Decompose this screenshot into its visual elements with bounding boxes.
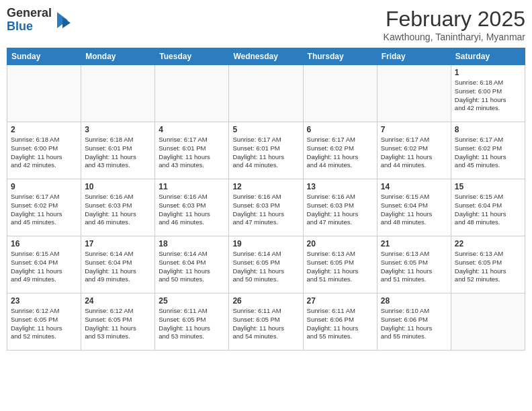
calendar-cell: 9Sunrise: 6:17 AM Sunset: 6:02 PM Daylig… bbox=[7, 179, 81, 236]
day-number: 9 bbox=[11, 182, 77, 191]
day-info: Sunrise: 6:11 AM Sunset: 6:05 PM Dayligh… bbox=[232, 307, 299, 341]
calendar-cell: 24Sunrise: 6:12 AM Sunset: 6:05 PM Dayli… bbox=[81, 293, 155, 351]
day-info: Sunrise: 6:17 AM Sunset: 6:02 PM Dayligh… bbox=[455, 136, 521, 170]
calendar-cell bbox=[377, 65, 451, 122]
calendar-cell bbox=[303, 65, 377, 122]
calendar-cell: 25Sunrise: 6:11 AM Sunset: 6:05 PM Dayli… bbox=[155, 293, 229, 351]
calendar-week-row: 16Sunrise: 6:15 AM Sunset: 6:04 PM Dayli… bbox=[7, 236, 525, 293]
logo-icon bbox=[52, 9, 73, 31]
day-number: 20 bbox=[307, 239, 373, 248]
weekday-header-wednesday: Wednesday bbox=[229, 48, 303, 65]
calendar-cell: 15Sunrise: 6:15 AM Sunset: 6:04 PM Dayli… bbox=[451, 179, 525, 236]
calendar-cell: 21Sunrise: 6:13 AM Sunset: 6:05 PM Dayli… bbox=[377, 236, 451, 293]
calendar-cell: 11Sunrise: 6:16 AM Sunset: 6:03 PM Dayli… bbox=[155, 179, 229, 236]
calendar-cell: 26Sunrise: 6:11 AM Sunset: 6:05 PM Dayli… bbox=[229, 293, 303, 351]
day-info: Sunrise: 6:17 AM Sunset: 6:02 PM Dayligh… bbox=[307, 136, 373, 170]
weekday-header-saturday: Saturday bbox=[451, 48, 525, 65]
day-number: 23 bbox=[11, 296, 77, 306]
weekday-header-row: SundayMondayTuesdayWednesdayThursdayFrid… bbox=[7, 48, 525, 65]
calendar-cell: 19Sunrise: 6:14 AM Sunset: 6:05 PM Dayli… bbox=[229, 236, 303, 293]
calendar-cell: 5Sunrise: 6:17 AM Sunset: 6:01 PM Daylig… bbox=[229, 122, 303, 179]
day-info: Sunrise: 6:13 AM Sunset: 6:05 PM Dayligh… bbox=[455, 250, 521, 284]
day-info: Sunrise: 6:10 AM Sunset: 6:06 PM Dayligh… bbox=[381, 307, 447, 341]
day-number: 7 bbox=[381, 125, 447, 134]
day-info: Sunrise: 6:15 AM Sunset: 6:04 PM Dayligh… bbox=[11, 250, 77, 284]
month-title: February 2025 bbox=[384, 7, 525, 32]
calendar-cell bbox=[229, 65, 303, 122]
day-number: 13 bbox=[307, 182, 373, 191]
calendar-cell: 17Sunrise: 6:14 AM Sunset: 6:04 PM Dayli… bbox=[81, 236, 155, 293]
day-info: Sunrise: 6:11 AM Sunset: 6:06 PM Dayligh… bbox=[307, 307, 373, 341]
day-number: 19 bbox=[232, 239, 299, 248]
day-info: Sunrise: 6:17 AM Sunset: 6:02 PM Dayligh… bbox=[381, 136, 447, 170]
calendar-week-row: 9Sunrise: 6:17 AM Sunset: 6:02 PM Daylig… bbox=[7, 179, 525, 236]
day-number: 5 bbox=[232, 125, 299, 134]
day-number: 24 bbox=[85, 296, 151, 306]
calendar-cell: 14Sunrise: 6:15 AM Sunset: 6:04 PM Dayli… bbox=[377, 179, 451, 236]
day-number: 12 bbox=[232, 182, 299, 191]
day-number: 14 bbox=[381, 182, 447, 191]
day-info: Sunrise: 6:16 AM Sunset: 6:03 PM Dayligh… bbox=[232, 193, 299, 227]
day-number: 17 bbox=[85, 239, 151, 248]
calendar-cell: 28Sunrise: 6:10 AM Sunset: 6:06 PM Dayli… bbox=[377, 293, 451, 351]
day-info: Sunrise: 6:16 AM Sunset: 6:03 PM Dayligh… bbox=[85, 193, 151, 227]
calendar-cell bbox=[451, 293, 525, 351]
calendar-cell: 3Sunrise: 6:18 AM Sunset: 6:01 PM Daylig… bbox=[81, 122, 155, 179]
day-number: 4 bbox=[159, 125, 225, 134]
calendar-cell: 8Sunrise: 6:17 AM Sunset: 6:02 PM Daylig… bbox=[451, 122, 525, 179]
day-info: Sunrise: 6:11 AM Sunset: 6:05 PM Dayligh… bbox=[159, 307, 225, 341]
day-number: 28 bbox=[381, 296, 447, 306]
calendar-cell: 10Sunrise: 6:16 AM Sunset: 6:03 PM Dayli… bbox=[81, 179, 155, 236]
calendar-cell: 22Sunrise: 6:13 AM Sunset: 6:05 PM Dayli… bbox=[451, 236, 525, 293]
day-info: Sunrise: 6:18 AM Sunset: 6:01 PM Dayligh… bbox=[85, 136, 151, 170]
calendar-cell: 6Sunrise: 6:17 AM Sunset: 6:02 PM Daylig… bbox=[303, 122, 377, 179]
location-subtitle: Kawthoung, Tanintharyi, Myanmar bbox=[384, 32, 525, 42]
calendar-cell: 7Sunrise: 6:17 AM Sunset: 6:02 PM Daylig… bbox=[377, 122, 451, 179]
calendar-cell: 13Sunrise: 6:16 AM Sunset: 6:03 PM Dayli… bbox=[303, 179, 377, 236]
day-number: 16 bbox=[11, 239, 77, 248]
calendar-cell: 16Sunrise: 6:15 AM Sunset: 6:04 PM Dayli… bbox=[7, 236, 81, 293]
calendar-cell bbox=[155, 65, 229, 122]
day-info: Sunrise: 6:16 AM Sunset: 6:03 PM Dayligh… bbox=[159, 193, 225, 227]
day-info: Sunrise: 6:14 AM Sunset: 6:04 PM Dayligh… bbox=[159, 250, 225, 284]
day-info: Sunrise: 6:14 AM Sunset: 6:04 PM Dayligh… bbox=[85, 250, 151, 284]
page-header: General Blue February 2025 Kawthoung, Ta… bbox=[7, 7, 525, 42]
day-number: 22 bbox=[455, 239, 521, 248]
day-info: Sunrise: 6:17 AM Sunset: 6:02 PM Dayligh… bbox=[11, 193, 77, 227]
calendar-cell: 1Sunrise: 6:18 AM Sunset: 6:00 PM Daylig… bbox=[451, 65, 525, 122]
calendar-week-row: 1Sunrise: 6:18 AM Sunset: 6:00 PM Daylig… bbox=[7, 65, 525, 122]
day-info: Sunrise: 6:13 AM Sunset: 6:05 PM Dayligh… bbox=[381, 250, 447, 284]
calendar-cell: 23Sunrise: 6:12 AM Sunset: 6:05 PM Dayli… bbox=[7, 293, 81, 351]
calendar-table: SundayMondayTuesdayWednesdayThursdayFrid… bbox=[7, 48, 525, 351]
day-info: Sunrise: 6:12 AM Sunset: 6:05 PM Dayligh… bbox=[85, 307, 151, 341]
calendar-week-row: 2Sunrise: 6:18 AM Sunset: 6:00 PM Daylig… bbox=[7, 122, 525, 179]
day-number: 26 bbox=[232, 296, 299, 306]
day-number: 8 bbox=[455, 125, 521, 134]
calendar-week-row: 23Sunrise: 6:12 AM Sunset: 6:05 PM Dayli… bbox=[7, 293, 525, 351]
day-info: Sunrise: 6:13 AM Sunset: 6:05 PM Dayligh… bbox=[307, 250, 373, 284]
day-number: 3 bbox=[85, 125, 151, 134]
day-number: 1 bbox=[455, 68, 521, 77]
day-number: 18 bbox=[159, 239, 225, 248]
svg-marker-1 bbox=[62, 17, 71, 28]
calendar-cell: 4Sunrise: 6:17 AM Sunset: 6:01 PM Daylig… bbox=[155, 122, 229, 179]
calendar-cell: 12Sunrise: 6:16 AM Sunset: 6:03 PM Dayli… bbox=[229, 179, 303, 236]
weekday-header-tuesday: Tuesday bbox=[155, 48, 229, 65]
calendar-cell: 2Sunrise: 6:18 AM Sunset: 6:00 PM Daylig… bbox=[7, 122, 81, 179]
logo-blue-text: Blue bbox=[7, 20, 52, 34]
weekday-header-thursday: Thursday bbox=[303, 48, 377, 65]
day-info: Sunrise: 6:15 AM Sunset: 6:04 PM Dayligh… bbox=[381, 193, 447, 227]
day-number: 15 bbox=[455, 182, 521, 191]
calendar-cell: 20Sunrise: 6:13 AM Sunset: 6:05 PM Dayli… bbox=[303, 236, 377, 293]
weekday-header-monday: Monday bbox=[81, 48, 155, 65]
title-block: February 2025 Kawthoung, Tanintharyi, My… bbox=[384, 7, 525, 42]
day-number: 10 bbox=[85, 182, 151, 191]
day-info: Sunrise: 6:12 AM Sunset: 6:05 PM Dayligh… bbox=[11, 307, 77, 341]
day-info: Sunrise: 6:18 AM Sunset: 6:00 PM Dayligh… bbox=[455, 79, 521, 113]
day-number: 11 bbox=[159, 182, 225, 191]
day-number: 2 bbox=[11, 125, 77, 134]
day-info: Sunrise: 6:17 AM Sunset: 6:01 PM Dayligh… bbox=[232, 136, 299, 170]
day-number: 6 bbox=[307, 125, 373, 134]
calendar-cell: 27Sunrise: 6:11 AM Sunset: 6:06 PM Dayli… bbox=[303, 293, 377, 351]
day-info: Sunrise: 6:16 AM Sunset: 6:03 PM Dayligh… bbox=[307, 193, 373, 227]
